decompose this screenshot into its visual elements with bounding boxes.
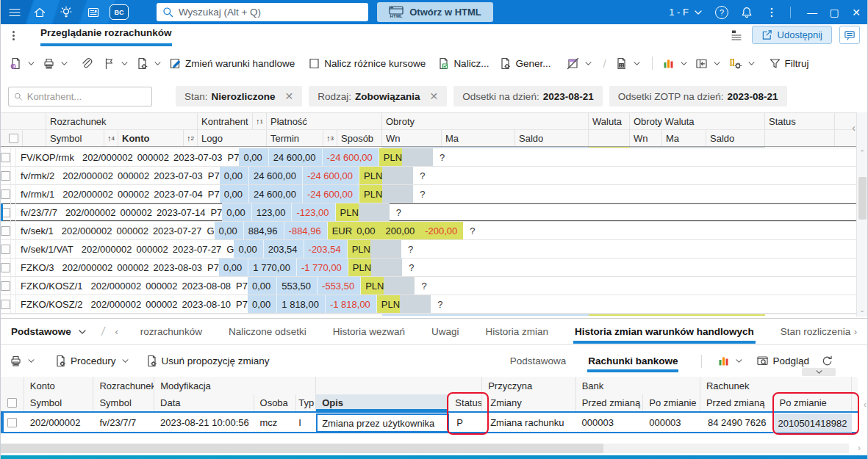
dock-panel-button[interactable] (692, 54, 725, 73)
vertical-scrollbar[interactable]: ⌃ ⌄ (856, 112, 867, 317)
select-all-checkbox[interactable] (1, 130, 23, 146)
group-header-rachunek[interactable]: Rachunek (700, 377, 852, 394)
table-row[interactable]: FV/KOP/rmk202/0000020000022023-07-03P70,… (1, 148, 858, 167)
news-icon[interactable] (87, 6, 100, 19)
row-checkbox[interactable] (1, 208, 10, 217)
filter-chip[interactable]: Odsetki ZOTP na dzień:2023-08-21 (609, 86, 787, 106)
column-header-bank-po[interactable]: Po zmianie (643, 394, 700, 411)
history-print-button[interactable] (7, 351, 40, 371)
group-header-platnosc[interactable]: Płatność (267, 113, 382, 130)
collapse-panel-icon[interactable]: ‹ (852, 122, 856, 134)
group-header-bank[interactable]: Bank (576, 377, 700, 394)
bc-badge[interactable]: BC (110, 4, 129, 20)
history-chart-button[interactable] (714, 351, 747, 371)
table-row[interactable]: FZKO/3202/0000020000022023-08-03P70,001 … (1, 259, 858, 277)
group-header-przyczyna[interactable]: Przyczyna (482, 377, 575, 394)
new-document-button[interactable] (7, 54, 40, 73)
scroll-right-icon[interactable]: › (852, 444, 867, 453)
horizontal-scrollbar[interactable] (1, 444, 849, 453)
table-row[interactable]: fv/sek/1202/0000020000022023-07-27G0,008… (1, 222, 858, 240)
help-icon[interactable]: ? (715, 6, 728, 19)
maximize-button[interactable]: ▢ (823, 0, 845, 24)
collapse-panel-icon[interactable]: ‹ (864, 399, 867, 410)
zmien-warunki-handlowe-button[interactable]: Zmień warunki handlowe (166, 54, 298, 73)
tab-przegladanie-rozrachunkow[interactable]: Przeglądanie rozrachunków (40, 27, 172, 46)
column-header-opis[interactable]: Opis (316, 394, 449, 411)
flag-button[interactable] (100, 54, 133, 73)
bottom-tab[interactable]: rozrachunków (139, 319, 204, 344)
filter-chip[interactable]: Stan:Nierozliczone✕ (176, 86, 302, 106)
notifications-bell-icon[interactable] (740, 6, 753, 19)
chart-view-button[interactable] (659, 54, 692, 73)
lightbulb-icon[interactable] (60, 6, 73, 19)
print-button[interactable] (40, 54, 73, 73)
expander-chevron-button[interactable] (802, 368, 836, 376)
group-header-obroty-waluta[interactable]: Obroty Waluta (630, 113, 765, 130)
row-checkbox[interactable] (1, 245, 10, 254)
column-header-wn[interactable]: Wn (382, 130, 442, 146)
list-details-icon[interactable] (730, 28, 745, 43)
tab-group-selector[interactable]: Podstawowe (11, 326, 88, 337)
global-search-input[interactable] (179, 7, 362, 18)
close-button[interactable]: ✕ (845, 0, 867, 24)
open-in-html-button[interactable]: HTML Otwórz w HTML (377, 2, 493, 22)
bottom-tab[interactable]: Historia wezwań (331, 319, 406, 344)
row-checkbox[interactable] (1, 300, 10, 309)
view-tab[interactable]: Rachunki bankowe (587, 350, 678, 372)
row-checkbox[interactable] (1, 189, 10, 199)
column-header-status[interactable]: Status (449, 394, 482, 411)
share-button[interactable]: Udostępnij (752, 26, 832, 44)
table-row[interactable]: fv/23/7/7202/0000020000022023-07-14P70,0… (1, 203, 858, 222)
table-row[interactable]: fv/sek/1/VAT202/0000020000022023-07-27G0… (1, 240, 858, 259)
scrollbar-thumb[interactable] (1, 444, 603, 453)
home-icon[interactable] (33, 6, 46, 19)
attachment-button[interactable] (77, 54, 96, 73)
profile-label[interactable]: 1 - F (669, 7, 689, 18)
table-row[interactable]: fv/rmk/1202/0000020000022023-07-04P70,00… (1, 185, 858, 203)
row-checkbox[interactable] (1, 153, 10, 162)
bottom-tab[interactable]: Historia zmian (484, 319, 550, 344)
tab-options-kebab-icon[interactable] (12, 29, 15, 42)
warnings-settings-button[interactable] (725, 54, 760, 73)
bottom-tab[interactable]: Stan rozliczenia (779, 319, 852, 344)
column-header-waluta-wn[interactable]: Wn (630, 130, 662, 146)
bottom-tab[interactable]: Historia zmian warunków handlowych (573, 319, 756, 344)
group-header-konto[interactable]: Konto (24, 377, 94, 394)
column-header-bank-przed[interactable]: Przed zmianą (576, 394, 644, 411)
tabs-scroll-right-icon[interactable]: › (854, 326, 857, 337)
column-header-saldo[interactable]: Saldo (515, 130, 589, 146)
group-header-kontrahent[interactable]: Kontrahent↑1 (198, 113, 267, 130)
procedury-button[interactable]: Procedury (51, 351, 134, 371)
global-search[interactable] (157, 3, 368, 21)
column-header-termin[interactable]: Termin↑3 (267, 130, 337, 146)
column-header-roz-symbol[interactable]: Symbol (93, 394, 154, 411)
row-checkbox[interactable] (1, 281, 10, 291)
group-header-modyfikacja[interactable]: Modyfikacja (154, 377, 316, 394)
column-header-logo[interactable]: Logo (198, 130, 267, 146)
filter-chip[interactable]: Odsetki na dzień:2023-08-21 (453, 86, 602, 106)
view-tab[interactable]: Podstawowa (509, 350, 567, 372)
row-checkbox[interactable] (1, 171, 10, 181)
table-row[interactable]: FZKO/KOSZ/2202/0000020000022023-08-10P70… (1, 295, 858, 314)
filter-chip[interactable]: Rodzaj:Zobowiązania✕ (309, 86, 447, 106)
scrollbar-thumb[interactable] (858, 177, 867, 220)
column-header-waluta-ma[interactable]: Ma (662, 130, 706, 146)
column-header-waluta-saldo[interactable]: Saldo (706, 130, 765, 146)
comments-button[interactable] (839, 26, 860, 44)
bottom-tab[interactable]: Naliczone odsetki (227, 319, 308, 344)
scroll-down-icon[interactable]: ⌄ (857, 305, 867, 315)
kontrahent-filter-input[interactable] (27, 91, 146, 102)
kontrahent-filter[interactable] (8, 87, 152, 106)
column-header-sposob[interactable]: Sposób (337, 130, 382, 146)
column-header-ma[interactable]: Ma (442, 130, 515, 146)
document-table-button[interactable] (612, 54, 645, 73)
tabs-scroll-left-icon[interactable]: ‹ (115, 326, 118, 337)
group-header-rozrachunek[interactable]: Rozrachunek (46, 113, 198, 130)
column-header-konto[interactable]: Konto↑2 (118, 130, 198, 146)
group-header-obroty[interactable]: Obroty (382, 113, 589, 130)
note-disable-button[interactable] (564, 54, 597, 73)
document-actions-button[interactable] (133, 54, 166, 73)
row-checkbox[interactable] (1, 411, 24, 433)
profile-chevron-down-icon[interactable] (695, 10, 702, 15)
column-header-typ[interactable]: Typ (296, 394, 316, 411)
